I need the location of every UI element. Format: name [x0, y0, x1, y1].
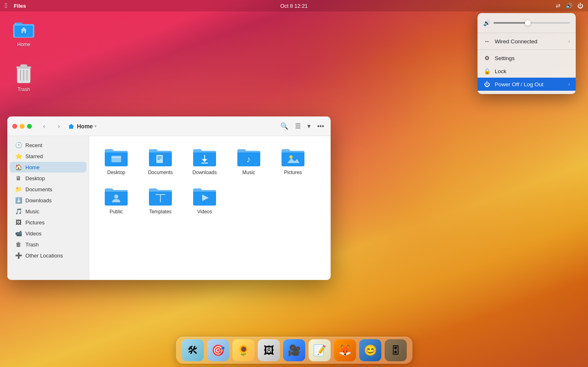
lock-icon: 🔒	[483, 68, 491, 74]
editor-icon: 📝	[313, 344, 326, 357]
search-button[interactable]: 🔍	[279, 121, 290, 132]
toolbar-actions: 🔍 ☰ ▾ •••	[279, 121, 326, 132]
file-label-music: Music	[242, 170, 255, 175]
content-area: Desktop Documents	[89, 136, 331, 280]
firefox-icon: 🦊	[338, 344, 351, 357]
file-item-templates[interactable]: Templates	[140, 182, 181, 218]
tweaks-icon: 🎛	[390, 344, 401, 357]
trash-sidebar-icon: 🗑	[15, 241, 22, 248]
sidebar-label-music: Music	[25, 208, 39, 215]
window-minimize-button[interactable]	[20, 124, 25, 129]
more-options-button[interactable]: •••	[315, 121, 326, 132]
file-item-downloads[interactable]: Downloads	[184, 143, 225, 179]
nav-back-button[interactable]: ‹	[38, 121, 50, 132]
nav-forward-button[interactable]: ›	[53, 121, 65, 132]
back-icon[interactable]: ⇄	[556, 2, 561, 9]
sidebar-item-home[interactable]: 🏠 Home	[10, 162, 86, 172]
view-list-button[interactable]: ☰	[293, 121, 302, 132]
window-controls	[12, 124, 32, 129]
videos-sidebar-icon: 📹	[15, 230, 22, 237]
home-sidebar-icon: 🏠	[15, 164, 22, 170]
power-off-label: Power Off / Log Out	[495, 81, 543, 87]
sidebar-item-documents[interactable]: 📁 Documents	[10, 184, 86, 195]
sidebar-label-starred: Starred	[25, 153, 43, 159]
wired-chevron-icon: ›	[568, 38, 570, 44]
menu-item-power-off[interactable]: ⏻ Power Off / Log Out ›	[478, 78, 576, 91]
trash-icon	[12, 62, 35, 85]
sidebar-item-desktop[interactable]: 🖥 Desktop	[10, 173, 86, 184]
sidebar-item-pictures[interactable]: 🖼 Pictures	[10, 217, 86, 228]
file-label-public: Public	[110, 209, 123, 215]
menubar-left:  Files	[5, 2, 26, 9]
dock-item-zoom[interactable]: 🎥	[283, 339, 305, 361]
breadcrumb-home[interactable]: Home	[68, 123, 93, 130]
pictures-sidebar-icon: 🖼	[15, 219, 22, 226]
sidebar: 🕐 Recent ⭐ Starred 🏠 Home 🖥 Desktop 📁	[7, 136, 89, 280]
file-item-public[interactable]: Public	[96, 182, 137, 218]
sidebar-item-music[interactable]: 🎵 Music	[10, 206, 86, 217]
sidebar-item-other-locations[interactable]: ➕ Other Locations	[10, 250, 86, 261]
window-maximize-button[interactable]	[27, 124, 32, 129]
downloads-sidebar-icon: ⬇️	[15, 197, 22, 204]
sidebar-label-other-locations: Other Locations	[25, 253, 63, 259]
desktop-icon-home[interactable]: Home	[7, 16, 40, 49]
apple-logo-icon[interactable]: 	[5, 2, 7, 9]
svg-rect-10	[156, 155, 163, 163]
menu-item-lock[interactable]: 🔒 Lock	[478, 65, 576, 78]
file-label-videos: Videos	[197, 209, 212, 215]
dock-item-finder[interactable]: 😊	[359, 339, 381, 361]
volume-icon[interactable]: 🔊	[565, 2, 572, 9]
volume-slider[interactable]	[493, 22, 570, 24]
file-item-videos[interactable]: Videos	[184, 182, 225, 218]
file-item-desktop[interactable]: Desktop	[96, 143, 137, 179]
menubar-right: ⇄ 🔊 ⏻	[556, 2, 583, 9]
svg-text:♪: ♪	[246, 154, 251, 164]
file-manager-window: ‹ › Home ▾ 🔍 ☰ ▾ •••	[7, 116, 331, 280]
sidebar-item-recent[interactable]: 🕐 Recent	[10, 140, 86, 150]
sidebar-label-pictures: Pictures	[25, 219, 45, 226]
sidebar-label-recent: Recent	[25, 142, 42, 148]
file-grid: Desktop Documents	[96, 143, 324, 218]
volume-speaker-icon: 🔊	[483, 20, 490, 26]
other-locations-sidebar-icon: ➕	[15, 252, 22, 259]
sidebar-label-videos: Videos	[25, 230, 42, 237]
sidebar-item-downloads[interactable]: ⬇️ Downloads	[10, 195, 86, 206]
window-body: 🕐 Recent ⭐ Starred 🏠 Home 🖥 Desktop 📁	[7, 136, 331, 280]
svg-rect-21	[155, 194, 165, 195]
file-label-templates: Templates	[149, 209, 172, 215]
dock-item-app-store[interactable]: 🛠	[182, 339, 204, 361]
volume-slider-fill	[493, 22, 528, 24]
dock-item-editor[interactable]: 📝	[309, 339, 331, 361]
dock-item-preview[interactable]: 🖼	[258, 339, 280, 361]
dock-item-sunflower[interactable]: 🌻	[232, 339, 255, 361]
sidebar-item-trash[interactable]: 🗑 Trash	[10, 239, 86, 250]
dock: 🛠 🎯 🌻 🖼 🎥 📝 🦊 😊 🎛	[176, 337, 412, 364]
power-icon[interactable]: ⏻	[577, 2, 583, 9]
menubar-datetime: Oct 8 12:21	[280, 3, 308, 9]
dock-item-tweaks[interactable]: 🎛	[385, 339, 407, 361]
sidebar-item-videos[interactable]: 📹 Videos	[10, 228, 86, 239]
window-titlebar: ‹ › Home ▾ 🔍 ☰ ▾ •••	[7, 116, 331, 136]
desktop-sidebar-icon: 🖥	[15, 175, 22, 181]
file-item-documents[interactable]: Documents	[140, 143, 181, 179]
desktop-icon-trash[interactable]: Trash	[7, 60, 40, 94]
svg-rect-3	[20, 65, 27, 67]
window-close-button[interactable]	[12, 124, 17, 129]
menu-item-wired-connected[interactable]: ↔ Wired Connected ›	[478, 35, 576, 48]
menu-divider-2	[478, 49, 576, 50]
files-menu[interactable]: Files	[14, 3, 26, 9]
menu-divider-1	[478, 33, 576, 33]
file-item-pictures[interactable]: Pictures	[273, 143, 313, 179]
svg-point-18	[289, 155, 293, 159]
sidebar-label-documents: Documents	[25, 186, 52, 192]
file-item-music[interactable]: ♪ Music	[228, 143, 269, 179]
tracker-icon: 🎯	[212, 344, 225, 357]
menu-item-settings[interactable]: ⚙ Settings	[478, 51, 576, 65]
dock-item-firefox[interactable]: 🦊	[334, 339, 356, 361]
sidebar-item-starred[interactable]: ⭐ Starred	[10, 151, 86, 161]
system-menu: 🔊 ↔ Wired Connected › ⚙ Settings 🔒 Lock …	[478, 13, 576, 94]
dock-item-tracker[interactable]: 🎯	[207, 339, 229, 361]
documents-sidebar-icon: 📁	[15, 186, 22, 192]
starred-icon: ⭐	[15, 153, 22, 159]
view-dropdown-button[interactable]: ▾	[306, 121, 312, 132]
